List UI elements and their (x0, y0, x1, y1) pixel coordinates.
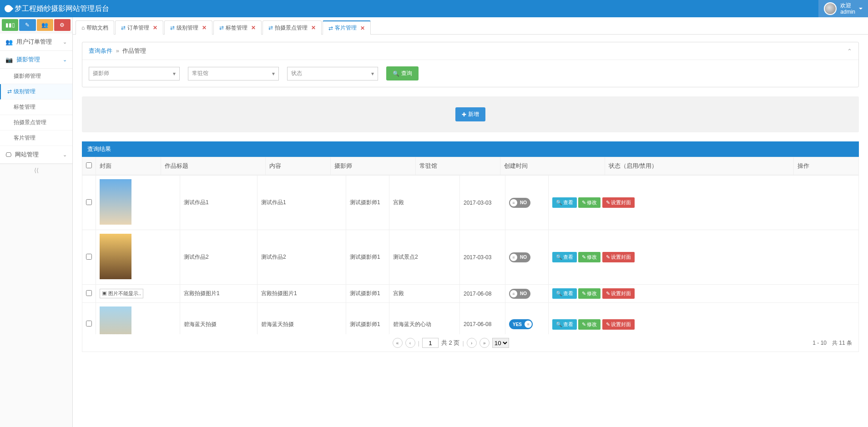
filter-venue[interactable]: 常驻馆▾ (188, 67, 279, 80)
tab-orders[interactable]: ⇄ 订单管理 ✕ (115, 20, 163, 35)
chevron-down-icon: ⌄ (63, 152, 67, 158)
sidebar-item-clients[interactable]: 客片管理 (0, 131, 72, 146)
pager-page-input[interactable] (422, 338, 439, 348)
set-cover-button[interactable]: ✎设置封面 (602, 252, 635, 262)
close-icon[interactable]: ✕ (360, 25, 365, 31)
tab-label: 拍摄景点管理 (275, 24, 308, 32)
pager-row: « ‹ | 共 2 页 | › » 10 1 - 10 共 11 条 (82, 334, 859, 352)
tab-tags[interactable]: ⇄ 标签管理 ✕ (213, 20, 262, 35)
close-icon[interactable]: ✕ (202, 25, 207, 31)
sidebar-item-photographer[interactable]: 摄影师管理 (0, 69, 72, 84)
row-checkbox[interactable] (86, 254, 92, 260)
tab-scenes[interactable]: ⇄ 拍摄景点管理 ✕ (262, 20, 322, 35)
cell-title: 测试作品1 (180, 176, 257, 230)
status-toggle[interactable]: ≡NO (509, 198, 530, 208)
sidebar-item-tags[interactable]: 标签管理 (0, 100, 72, 115)
cell-photographer: 测试摄影师1 (346, 303, 389, 335)
grid-title: 查询结果 (82, 141, 859, 157)
status-toggle[interactable]: ≡NO (509, 252, 530, 262)
sidebar-toolbar: ▮▮▯ ✎ 👥 ⚙ (0, 17, 72, 33)
broken-image-icon: ▣ 图片不能显示.. (100, 289, 143, 298)
table-scroll[interactable]: 测试作品1 测试作品1 测试摄影师1 宫殿 2017-03-03 ≡NO 🔍查看… (82, 175, 859, 334)
tab-clients[interactable]: ⇄ 客片管理 ✕ (323, 20, 371, 35)
toolbar-edit-button[interactable]: ✎ (19, 19, 35, 31)
chevron-down-icon (859, 8, 863, 11)
sidebar-item-level[interactable]: ⇄级别管理 (0, 84, 72, 100)
sidebar-item-label: 客片管理 (14, 135, 35, 141)
tab-level[interactable]: ⇄ 级别管理 ✕ (164, 20, 212, 35)
sliders-icon: ⇄ (219, 25, 224, 31)
sidebar-item-scenes[interactable]: 拍摄景点管理 (0, 115, 72, 131)
row-checkbox[interactable] (86, 199, 92, 205)
thumbnail (100, 306, 131, 334)
breadcrumb-root[interactable]: 查询条件 (89, 47, 112, 54)
edit-button[interactable]: ✎修改 (578, 288, 601, 299)
toolbar-stats-button[interactable]: ▮▮▯ (2, 19, 18, 31)
cell-content: 宫殿拍摄图片1 (257, 285, 346, 303)
edit-button[interactable]: ✎修改 (578, 252, 601, 262)
chevron-up-icon[interactable]: ⌃ (847, 48, 852, 55)
pencil-icon: ✎ (25, 22, 30, 28)
set-cover-button[interactable]: ✎设置封面 (602, 288, 635, 299)
pager-sep: | (462, 340, 464, 347)
table-row: ▣ 图片不能显示.. 宫殿拍摄图片1 宫殿拍摄图片1 测试摄影师1 宫殿 201… (82, 285, 859, 303)
view-button[interactable]: 🔍查看 (552, 288, 577, 299)
search-icon: 🔍 (556, 322, 562, 327)
status-toggle[interactable]: YES≡ (509, 319, 533, 329)
filter-status[interactable]: 状态▾ (287, 67, 378, 80)
pencil-icon: ✎ (582, 322, 586, 327)
pager-prev-button[interactable]: ‹ (405, 338, 415, 348)
close-icon[interactable]: ✕ (153, 25, 157, 31)
sidebar-item-label: 拍摄景点管理 (14, 119, 46, 126)
top-header: 梦工程婚纱摄影网站管理后台 欢迎 admin (0, 0, 868, 17)
row-checkbox[interactable] (86, 321, 92, 327)
pager-last-button[interactable]: » (479, 338, 490, 348)
col-actions: 操作 (793, 157, 858, 175)
select-all-checkbox[interactable] (86, 162, 92, 168)
cell-content: 碧海蓝天拍摄 (257, 303, 346, 335)
sliders-icon: ⇄ (121, 25, 126, 31)
sidebar-group-orders[interactable]: 👥用户订单管理 ⌄ (0, 33, 72, 51)
set-cover-button[interactable]: ✎设置封面 (602, 319, 635, 330)
close-icon[interactable]: ✕ (251, 25, 256, 31)
view-button[interactable]: 🔍查看 (552, 319, 577, 330)
tab-label: 标签管理 (226, 24, 247, 32)
edit-button[interactable]: ✎修改 (578, 197, 601, 208)
add-button[interactable]: ✚新增 (455, 107, 485, 121)
table-header-row: 封面 作品标题 内容 摄影师 常驻馆 创建时间 状态（启用/禁用） 操作 (82, 157, 859, 175)
row-checkbox[interactable] (86, 290, 92, 296)
sliders-icon: ⇄ (268, 25, 273, 31)
pager-next-button[interactable]: › (467, 338, 477, 348)
filter-photographer[interactable]: 摄影师▾ (89, 67, 180, 80)
pager-size-select[interactable]: 10 (492, 338, 509, 348)
query-panel: 查询条件 » 作品管理 ⌃ 摄影师▾ 常驻馆▾ 状态▾ 🔍查询 (82, 42, 859, 87)
combo-placeholder: 状态 (291, 70, 302, 77)
tab-help[interactable]: ⌂ 帮助文档 (76, 20, 114, 35)
status-toggle[interactable]: ≡NO (509, 289, 530, 299)
sidebar-group-label: 摄影管理 (16, 55, 40, 64)
camera-icon: 📷 (5, 56, 13, 63)
edit-button[interactable]: ✎修改 (578, 319, 601, 330)
sidebar-item-label: 摄影师管理 (14, 73, 41, 79)
set-cover-button[interactable]: ✎设置封面 (602, 197, 635, 208)
pager-first-button[interactable]: « (393, 338, 403, 348)
sidebar-collapse-button[interactable]: ⟨⟨ (0, 164, 72, 176)
cell-title: 测试作品2 (180, 230, 257, 285)
search-button-label: 查询 (401, 70, 412, 77)
user-text: 欢迎 admin (840, 2, 855, 15)
panel-header: 查询条件 » 作品管理 ⌃ (82, 42, 858, 60)
view-button[interactable]: 🔍查看 (552, 197, 577, 208)
close-icon[interactable]: ✕ (311, 25, 316, 31)
username-label: admin (840, 9, 855, 15)
sidebar-group-website[interactable]: 🖵网站管理 ⌄ (0, 146, 72, 164)
sidebar-group-photography[interactable]: 📷摄影管理 ⌄ (0, 51, 72, 69)
toolbar-share-button[interactable]: ⚙ (54, 19, 71, 31)
view-button[interactable]: 🔍查看 (552, 252, 577, 262)
sliders-icon: ⇄ (170, 25, 175, 31)
col-content: 内容 (265, 157, 330, 175)
panel-body: 摄影师▾ 常驻馆▾ 状态▾ 🔍查询 (82, 60, 858, 87)
col-status: 状态（启用/禁用） (605, 157, 793, 175)
toolbar-users-button[interactable]: 👥 (37, 19, 53, 31)
search-button[interactable]: 🔍查询 (386, 66, 419, 80)
user-menu[interactable]: 欢迎 admin (818, 0, 868, 17)
